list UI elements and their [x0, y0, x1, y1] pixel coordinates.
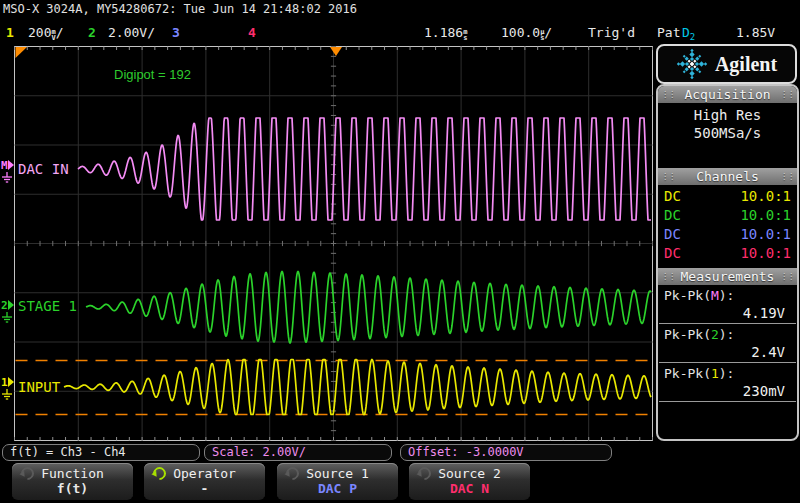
- trace-label: DAC IN: [18, 161, 69, 177]
- unit-stack: ms: [463, 29, 467, 41]
- trace-label: STAGE 1: [18, 298, 77, 314]
- graticule: [15, 47, 653, 441]
- oscilloscope-screen: MSO-X 3024A, MY54280672: Tue Jun 14 21:4…: [0, 0, 800, 503]
- sample-rate: 500MSa/s: [658, 124, 797, 142]
- math-scale-readout[interactable]: Scale: 2.00V/: [204, 444, 392, 461]
- cycle-icon: [18, 464, 36, 482]
- acquisition-body: High Res 500MSa/s: [658, 103, 797, 166]
- delay-readout[interactable]: 1.186ms: [424, 23, 467, 43]
- ch2-scale-readout[interactable]: 2.00V/: [108, 23, 155, 43]
- grip-icon: ⋮⋮: [661, 91, 675, 99]
- channel-marker-1[interactable]: 1: [1, 376, 14, 399]
- softkey-operator[interactable]: Operator -: [144, 463, 265, 500]
- grip-icon: ⋮⋮: [661, 173, 675, 181]
- brand-panel: Agilent: [656, 44, 797, 84]
- measurements-header[interactable]: ⋮⋮ Measurements ⋮⋮: [658, 268, 797, 285]
- channel-marker-m[interactable]: M: [1, 159, 14, 182]
- info-panel: ⋮⋮ Acquisition ⋮⋮ High Res 500MSa/s ⋮⋮ C…: [656, 84, 799, 441]
- cycle-icon: [150, 464, 168, 482]
- softkey-source2[interactable]: Source 2 DAC N: [409, 463, 530, 500]
- trigger-status[interactable]: Trig'd: [588, 23, 635, 43]
- acquisition-mode: High Res: [658, 106, 797, 124]
- measurement-value: 2.4V: [664, 343, 791, 361]
- channel-marker-2[interactable]: 2: [1, 299, 14, 322]
- brand-name: Agilent: [715, 53, 777, 76]
- grip-icon: ⋮⋮: [661, 273, 675, 281]
- measurement-value: 4.19V: [664, 304, 791, 322]
- svg-text:1: 1: [1, 376, 8, 389]
- grip-icon: ⋮⋮: [780, 173, 794, 181]
- math-definition-readout[interactable]: f(t) = Ch3 - Ch4: [2, 444, 200, 461]
- channel-row-2[interactable]: DC10.0:1: [658, 206, 797, 225]
- svg-text:2: 2: [1, 299, 8, 312]
- grip-icon: ⋮⋮: [780, 273, 794, 281]
- waveform-display: M21DAC INSTAGE 1INPUTDigipot = 192: [0, 44, 656, 444]
- agilent-logo-icon: [676, 48, 708, 80]
- channel-row-4[interactable]: DC10.0:1: [658, 244, 797, 263]
- measurement-row-pkpk-ch2[interactable]: Pk-Pk(2): 2.4V: [659, 324, 796, 363]
- ch1-scale-readout[interactable]: 200mV/: [28, 23, 64, 43]
- annotation-text: Digipot = 192: [114, 67, 191, 82]
- ch3-badge[interactable]: 3: [172, 23, 180, 43]
- trace-label: INPUT: [18, 379, 61, 395]
- channels-header[interactable]: ⋮⋮ Channels ⋮⋮: [658, 168, 797, 185]
- ch2-badge[interactable]: 2: [88, 23, 96, 43]
- channel-row-3[interactable]: DC10.0:1: [658, 225, 797, 244]
- measurements-title: Measurements: [681, 269, 775, 284]
- acquisition-title: Acquisition: [684, 87, 770, 102]
- math-offset-readout[interactable]: Offset: -3.0000V: [400, 444, 612, 461]
- softkey-source1[interactable]: Source 1 DAC P: [277, 463, 398, 500]
- softkey-function[interactable]: Function f(t): [12, 463, 133, 500]
- channel-row-1[interactable]: DC10.0:1: [658, 187, 797, 206]
- ch1-scale-value: 200: [28, 25, 51, 40]
- ch4-badge[interactable]: 4: [248, 23, 256, 43]
- measurement-row-pkpk-ch1[interactable]: Pk-Pk(1): 230mV: [659, 363, 796, 402]
- measurement-row-pkpk-math[interactable]: Pk-Pk(M): 4.19V: [659, 285, 796, 324]
- timebase-readout[interactable]: 100.0µs/: [501, 23, 552, 43]
- trigger-level-readout[interactable]: 1.85V: [736, 23, 775, 43]
- status-bar: 1 200mV/ 2 2.00V/ 3 4 1.186ms 100.0µs/ T…: [0, 23, 800, 43]
- measurement-value: 230mV: [664, 382, 791, 400]
- svg-text:M: M: [1, 159, 8, 172]
- cycle-icon: [283, 464, 301, 482]
- ch1-badge[interactable]: 1: [6, 23, 14, 43]
- cycle-icon: [415, 464, 433, 482]
- acquisition-header[interactable]: ⋮⋮ Acquisition ⋮⋮: [658, 86, 797, 103]
- grip-icon: ⋮⋮: [780, 91, 794, 99]
- window-title: MSO-X 3024A, MY54280672: Tue Jun 14 21:4…: [3, 2, 357, 16]
- channel-list: DC10.0:1 DC10.0:1 DC10.0:1 DC10.0:1: [658, 185, 797, 266]
- pat-label[interactable]: Pat: [657, 23, 680, 43]
- channels-title: Channels: [696, 169, 759, 184]
